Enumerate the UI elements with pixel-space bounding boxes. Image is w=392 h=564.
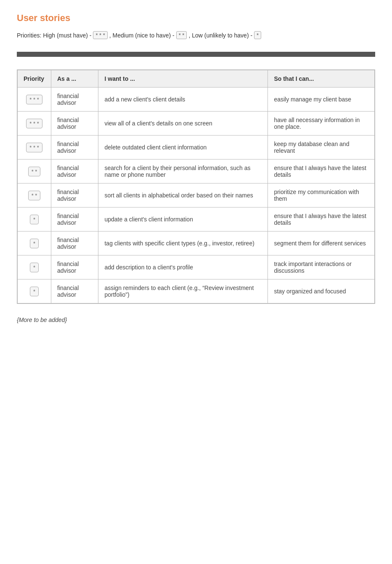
i-want-cell: delete outdated client client informatio… bbox=[98, 136, 268, 160]
priority-cell: * bbox=[18, 208, 51, 231]
star-badge: * bbox=[30, 215, 39, 224]
i-want-cell: search for a client by their personal in… bbox=[98, 160, 268, 184]
as-a-cell: financial advisor bbox=[51, 160, 98, 184]
i-want-cell: add description to a client's profile bbox=[98, 255, 268, 279]
so-that-cell: keep my database clean and relevant bbox=[268, 136, 375, 160]
as-a-cell: financial advisor bbox=[51, 184, 98, 208]
low-priority-badge: * bbox=[254, 31, 261, 39]
divider-bar bbox=[17, 52, 375, 57]
so-that-cell: segment them for different services bbox=[268, 231, 375, 255]
star-badge: * bbox=[30, 287, 39, 296]
table-row: * *financial advisorsort all clients in … bbox=[18, 184, 375, 208]
so-that-cell: easily manage my client base bbox=[268, 88, 375, 112]
page-title: User stories bbox=[17, 13, 375, 24]
high-priority-badge: * * * bbox=[93, 31, 107, 39]
user-stories-table-container: Priority As a ... I want to ... So that … bbox=[17, 69, 375, 304]
table-header-row: Priority As a ... I want to ... So that … bbox=[18, 70, 375, 88]
medium-label: , Medium (nice to have) - bbox=[109, 32, 175, 39]
star-badge: * * bbox=[28, 167, 41, 176]
i-want-cell: tag clients with specific client types (… bbox=[98, 231, 268, 255]
user-stories-table: Priority As a ... I want to ... So that … bbox=[17, 70, 375, 303]
priority-cell: * * bbox=[18, 160, 51, 184]
star-badge: * bbox=[30, 263, 39, 272]
so-that-cell: ensure that I always have the latest det… bbox=[268, 208, 375, 231]
table-row: *financial advisoradd description to a c… bbox=[18, 255, 375, 279]
star-badge: * * * bbox=[26, 119, 42, 128]
table-row: * * *financial advisordelete outdated cl… bbox=[18, 136, 375, 160]
star-badge: * * * bbox=[26, 95, 42, 104]
table-row: * * *financial advisorview all of a clie… bbox=[18, 112, 375, 136]
star-badge: * bbox=[30, 239, 39, 248]
header-priority: Priority bbox=[18, 70, 51, 88]
priority-cell: * * * bbox=[18, 88, 51, 112]
as-a-cell: financial advisor bbox=[51, 136, 98, 160]
table-row: *financial advisorassign reminders to ea… bbox=[18, 279, 375, 303]
i-want-cell: update a client's client information bbox=[98, 208, 268, 231]
as-a-cell: financial advisor bbox=[51, 231, 98, 255]
as-a-cell: financial advisor bbox=[51, 255, 98, 279]
as-a-cell: financial advisor bbox=[51, 88, 98, 112]
as-a-cell: financial advisor bbox=[51, 112, 98, 136]
star-badge: * * * bbox=[26, 143, 42, 152]
header-i-want: I want to ... bbox=[98, 70, 268, 88]
so-that-cell: ensure that I always have the latest det… bbox=[268, 160, 375, 184]
priority-cell: * * * bbox=[18, 112, 51, 136]
so-that-cell: prioritize my communication with them bbox=[268, 184, 375, 208]
priority-cell: * bbox=[18, 255, 51, 279]
header-so-that: So that I can... bbox=[268, 70, 375, 88]
priority-cell: * bbox=[18, 279, 51, 303]
priority-cell: * * * bbox=[18, 136, 51, 160]
so-that-cell: have all necessary information in one pl… bbox=[268, 112, 375, 136]
header-as-a: As a ... bbox=[51, 70, 98, 88]
as-a-cell: financial advisor bbox=[51, 279, 98, 303]
i-want-cell: view all of a client's details on one sc… bbox=[98, 112, 268, 136]
so-that-cell: track important interactions or discussi… bbox=[268, 255, 375, 279]
i-want-cell: add a new client's client details bbox=[98, 88, 268, 112]
table-row: *financial advisorupdate a client's clie… bbox=[18, 208, 375, 231]
priorities-legend: Priorities: High (must have) - * * * , M… bbox=[17, 31, 375, 39]
low-label: , Low (unlikely to have) - bbox=[188, 32, 252, 39]
medium-priority-badge: * * bbox=[176, 31, 187, 39]
priority-cell: * * bbox=[18, 184, 51, 208]
priority-cell: * bbox=[18, 231, 51, 255]
footer-note: {More to be added} bbox=[17, 317, 375, 323]
priorities-label: Priorities: High (must have) - bbox=[17, 32, 91, 39]
table-row: * *financial advisorsearch for a client … bbox=[18, 160, 375, 184]
i-want-cell: sort all clients in alphabetical order b… bbox=[98, 184, 268, 208]
table-row: * * *financial advisoradd a new client's… bbox=[18, 88, 375, 112]
table-row: *financial advisortag clients with speci… bbox=[18, 231, 375, 255]
i-want-cell: assign reminders to each client (e.g., “… bbox=[98, 279, 268, 303]
as-a-cell: financial advisor bbox=[51, 208, 98, 231]
so-that-cell: stay organized and focused bbox=[268, 279, 375, 303]
star-badge: * * bbox=[28, 191, 41, 200]
